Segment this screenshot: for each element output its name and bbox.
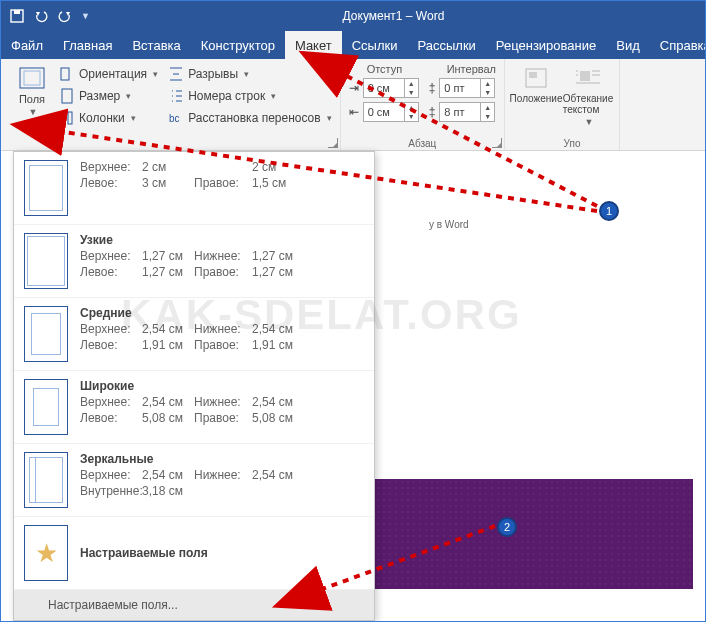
star-icon: ★: [24, 525, 68, 581]
tab-file[interactable]: Файл: [1, 31, 53, 59]
quick-access-toolbar: ▼: [9, 8, 90, 24]
indent-heading: Отступ: [349, 63, 419, 75]
undo-icon[interactable]: [33, 8, 49, 24]
page-setup-launcher-icon[interactable]: [328, 138, 338, 148]
document-page: [375, 479, 693, 589]
margins-option-normal[interactable]: Верхнее:2 см2 см Левое:3 смПравое:1,5 см: [14, 152, 374, 225]
margins-thumb-icon: [24, 306, 68, 362]
tab-help[interactable]: Справка: [650, 31, 706, 59]
spacing-before-row: ‡0 пт▲▼: [429, 77, 496, 99]
ribbon-tabs: Файл Главная Вставка Конструктор Макет С…: [1, 31, 705, 59]
spacing-after-icon: ‡: [429, 105, 436, 119]
tab-references[interactable]: Ссылки: [342, 31, 408, 59]
indent-right-input[interactable]: 0 см▲▼: [363, 102, 419, 122]
arrange-group-label: Упо: [505, 138, 639, 149]
indent-left-icon: ⇥: [349, 81, 359, 95]
indent-right-icon: ⇤: [349, 105, 359, 119]
hyphenation-button[interactable]: bcРасстановка переносов▾: [168, 107, 332, 129]
annotation-badge-1: 1: [599, 201, 619, 221]
margins-thumb-icon: [24, 233, 68, 289]
orientation-button[interactable]: Ориентация▾: [59, 63, 158, 85]
svg-rect-1: [14, 10, 20, 14]
margins-thumb-icon: [24, 379, 68, 435]
chevron-down-icon: ▼: [29, 107, 38, 117]
arrange-group: Положение Обтекание текстом ▼ Упо: [505, 59, 620, 150]
window-title: Документ1 – Word: [343, 9, 445, 23]
svg-rect-3: [24, 71, 40, 85]
margins-option-medium[interactable]: Средние Верхнее:2,54 смНижнее:2,54 см Ле…: [14, 298, 374, 371]
spacing-heading: Интервал: [429, 63, 496, 75]
line-numbers-button[interactable]: Номера строк▾: [168, 85, 332, 107]
wrap-text-button[interactable]: Обтекание текстом ▼: [565, 63, 611, 136]
svg-rect-6: [61, 112, 65, 124]
indent-left-input[interactable]: 0 см▲▼: [363, 78, 419, 98]
qat-customize-icon[interactable]: ▼: [81, 11, 90, 21]
margins-thumb-icon: [24, 452, 68, 508]
breaks-button[interactable]: Разрывы▾: [168, 63, 332, 85]
svg-text:bc: bc: [169, 113, 180, 124]
paragraph-launcher-icon[interactable]: [492, 138, 502, 148]
annotation-badge-2: 2: [497, 517, 517, 537]
paragraph-group-label: Абзац: [341, 138, 504, 149]
document-text-fragment: у в Word: [429, 219, 469, 230]
title-bar: ▼ Документ1 – Word: [1, 1, 705, 31]
custom-margins-button[interactable]: Настраиваемые поля...: [14, 590, 374, 620]
tab-view[interactable]: Вид: [606, 31, 650, 59]
page-setup-group: Поля ▼ Ориентация▾ Размер▾ Колонки▾ Разр…: [1, 59, 341, 150]
svg-rect-7: [68, 112, 72, 124]
spacing-before-input[interactable]: 0 пт▲▼: [439, 78, 495, 98]
redo-icon[interactable]: [57, 8, 73, 24]
ribbon: Поля ▼ Ориентация▾ Размер▾ Колонки▾ Разр…: [1, 59, 705, 151]
indent-left-row: ⇥0 см▲▼: [349, 77, 419, 99]
spacing-after-input[interactable]: 8 пт▲▼: [439, 102, 495, 122]
tab-home[interactable]: Главная: [53, 31, 122, 59]
paragraph-group: Отступ ⇥0 см▲▼ ⇤0 см▲▼ Интервал ‡0 пт▲▼ …: [341, 59, 505, 150]
margins-button[interactable]: Поля ▼: [9, 63, 55, 136]
svg-rect-5: [62, 89, 72, 103]
margins-option-mirror[interactable]: Зеркальные Верхнее:2,54 смНижнее:2,54 см…: [14, 444, 374, 517]
columns-button[interactable]: Колонки▾: [59, 107, 158, 129]
tab-mailings[interactable]: Рассылки: [407, 31, 485, 59]
spacing-before-icon: ‡: [429, 81, 436, 95]
margins-option-custom[interactable]: ★ Настраиваемые поля: [14, 517, 374, 590]
indent-right-row: ⇤0 см▲▼: [349, 101, 419, 123]
tab-review[interactable]: Рецензирование: [486, 31, 606, 59]
tab-layout[interactable]: Макет: [285, 31, 342, 59]
save-icon[interactable]: [9, 8, 25, 24]
size-button[interactable]: Размер▾: [59, 85, 158, 107]
position-button[interactable]: Положение: [513, 63, 559, 136]
margins-thumb-icon: [24, 160, 68, 216]
margins-dropdown: Верхнее:2 см2 см Левое:3 смПравое:1,5 см…: [13, 151, 375, 621]
tab-insert[interactable]: Вставка: [122, 31, 190, 59]
svg-rect-11: [580, 71, 590, 81]
svg-rect-4: [61, 68, 69, 80]
svg-rect-10: [529, 72, 537, 78]
tab-design[interactable]: Конструктор: [191, 31, 285, 59]
margins-option-wide[interactable]: Широкие Верхнее:2,54 смНижнее:2,54 см Ле…: [14, 371, 374, 444]
margins-option-narrow[interactable]: Узкие Верхнее:1,27 смНижнее:1,27 см Лево…: [14, 225, 374, 298]
spacing-after-row: ‡8 пт▲▼: [429, 101, 496, 123]
margins-label: Поля: [19, 93, 45, 105]
